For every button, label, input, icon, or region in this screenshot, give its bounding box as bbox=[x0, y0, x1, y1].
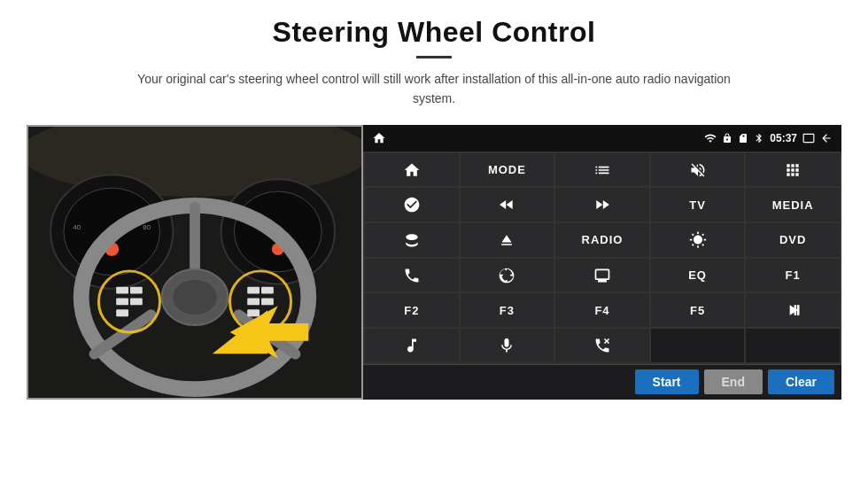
svg-rect-33 bbox=[797, 305, 800, 315]
grid-btn-r2c4[interactable]: TV bbox=[651, 188, 745, 222]
clear-button[interactable]: Clear bbox=[768, 369, 834, 394]
svg-rect-24 bbox=[116, 309, 128, 316]
grid-btn-r3c5[interactable]: DVD bbox=[746, 223, 840, 257]
grid-btn-r1c3[interactable] bbox=[555, 153, 649, 187]
sd-icon bbox=[738, 133, 748, 144]
svg-rect-28 bbox=[261, 298, 274, 305]
grid-btn-r5c3[interactable]: F4 bbox=[555, 293, 649, 327]
svg-rect-25 bbox=[247, 286, 260, 293]
grid-btn-r1c5[interactable] bbox=[746, 153, 840, 187]
bottom-bar: Start End Clear bbox=[363, 364, 841, 400]
screen-icon bbox=[802, 132, 815, 144]
grid-btn-r6c4[interactable] bbox=[651, 329, 745, 362]
svg-point-17 bbox=[173, 280, 216, 315]
android-panel: 05:37 MODETVMEDIARADIODVDEQF1F2F3F4F5 St… bbox=[363, 125, 841, 400]
steering-wheel-image: 60 40 80 3 bbox=[27, 125, 363, 400]
grid-btn-r3c4[interactable] bbox=[651, 223, 745, 257]
grid-btn-r5c1[interactable]: F2 bbox=[365, 293, 459, 327]
start-button[interactable]: Start bbox=[635, 369, 699, 394]
status-bar-right: 05:37 bbox=[704, 132, 833, 144]
svg-rect-27 bbox=[247, 298, 260, 305]
grid-btn-r5c2[interactable]: F3 bbox=[461, 293, 554, 327]
svg-rect-23 bbox=[130, 298, 143, 305]
grid-btn-r5c4[interactable]: F5 bbox=[651, 293, 745, 327]
lock-icon bbox=[722, 133, 732, 144]
grid-btn-r1c4[interactable] bbox=[651, 153, 745, 187]
grid-btn-r4c2[interactable] bbox=[461, 259, 554, 292]
grid-btn-r6c2[interactable] bbox=[461, 329, 554, 362]
status-time: 05:37 bbox=[770, 132, 797, 144]
grid-btn-r6c5[interactable] bbox=[746, 329, 840, 362]
back-icon bbox=[820, 132, 833, 144]
title-divider bbox=[416, 56, 452, 58]
grid-btn-r3c1[interactable] bbox=[365, 223, 459, 257]
grid-btn-r5c5[interactable] bbox=[746, 293, 840, 327]
status-bar-left bbox=[372, 131, 386, 145]
grid-btn-r2c5[interactable]: MEDIA bbox=[746, 188, 840, 222]
grid-btn-r6c1[interactable] bbox=[365, 329, 459, 362]
grid-btn-r3c3[interactable]: RADIO bbox=[555, 223, 649, 257]
content-area: 60 40 80 3 bbox=[27, 125, 841, 400]
svg-rect-21 bbox=[130, 286, 143, 293]
svg-rect-26 bbox=[261, 286, 274, 293]
svg-text:40: 40 bbox=[73, 223, 81, 231]
grid-btn-r4c4[interactable]: EQ bbox=[651, 259, 745, 292]
svg-text:80: 80 bbox=[143, 223, 151, 231]
grid-btn-r4c5[interactable]: F1 bbox=[746, 259, 840, 292]
main-page: Steering Wheel Control Your original car… bbox=[0, 0, 868, 482]
svg-rect-34 bbox=[794, 305, 797, 315]
home-status-icon bbox=[372, 131, 386, 145]
page-subtitle: Your original car's steering wheel contr… bbox=[124, 69, 744, 109]
grid-btn-r4c3[interactable] bbox=[555, 259, 649, 292]
svg-rect-29 bbox=[247, 309, 260, 316]
bluetooth-icon bbox=[754, 133, 764, 144]
grid-btn-r3c2[interactable] bbox=[461, 223, 554, 257]
grid-btn-r2c1[interactable] bbox=[365, 188, 459, 222]
end-button[interactable]: End bbox=[704, 369, 763, 394]
svg-rect-22 bbox=[116, 298, 128, 305]
grid-btn-r2c3[interactable] bbox=[555, 188, 649, 222]
grid-btn-r4c1[interactable] bbox=[365, 259, 459, 292]
button-grid: MODETVMEDIARADIODVDEQF1F2F3F4F5 bbox=[363, 152, 841, 364]
wifi-icon bbox=[704, 132, 717, 144]
grid-btn-r2c2[interactable] bbox=[461, 188, 554, 222]
status-bar: 05:37 bbox=[363, 125, 841, 152]
svg-rect-20 bbox=[116, 286, 128, 293]
grid-btn-r1c2[interactable]: MODE bbox=[461, 153, 554, 187]
page-title: Steering Wheel Control bbox=[273, 16, 596, 49]
grid-btn-r6c3[interactable] bbox=[555, 329, 649, 362]
grid-btn-r1c1[interactable] bbox=[365, 153, 459, 187]
